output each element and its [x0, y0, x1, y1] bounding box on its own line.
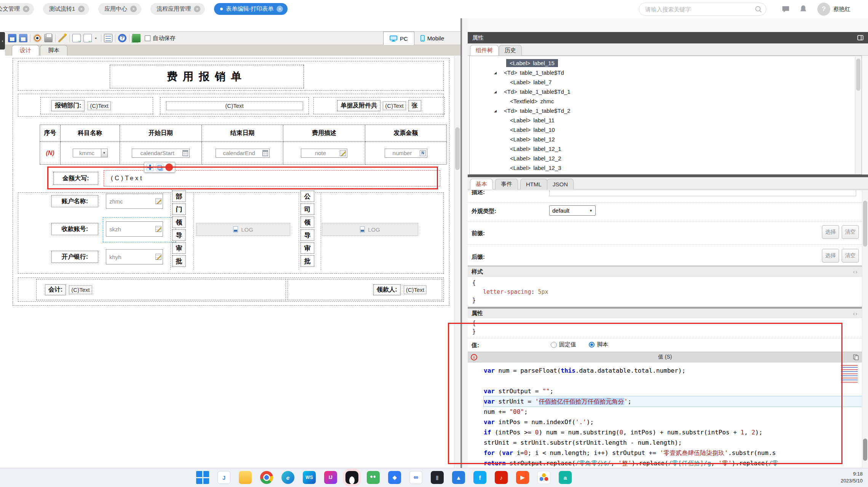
account-name-label[interactable]: 账户名称:: [51, 195, 98, 207]
tree-node[interactable]: <Label>label_12_2: [470, 154, 862, 163]
video-app-icon[interactable]: ▶: [516, 471, 529, 484]
tab-basic[interactable]: 基本: [470, 179, 493, 189]
editor-scrollbar-thumb[interactable]: [863, 439, 867, 461]
chrome-icon[interactable]: [260, 471, 273, 484]
tree-expand-icon[interactable]: ◢: [494, 71, 504, 75]
prefix-clear-button[interactable]: 清空: [842, 225, 859, 239]
tab-close-icon[interactable]: [277, 6, 283, 12]
export-icon[interactable]: [83, 34, 92, 42]
search-input[interactable]: [645, 6, 755, 13]
edge-icon[interactable]: e: [281, 471, 294, 484]
nav-tab-app-center[interactable]: 应用中心: [98, 3, 141, 15]
note-field[interactable]: note: [301, 149, 347, 158]
preview-eye-icon[interactable]: [33, 34, 42, 42]
expense-table[interactable]: 序号科目名称开始日期结束日期费用描述发票金额 (N) kmmc calendar…: [40, 125, 447, 165]
tree-node[interactable]: <Label>label_11: [470, 115, 862, 125]
notes-app-icon[interactable]: J: [217, 471, 230, 484]
calendar-icon[interactable]: [262, 150, 268, 156]
nav-tab-process-app[interactable]: 流程应用管理: [150, 3, 205, 15]
design-canvas[interactable]: 费用报销单 报销部门: (C)Text (C)Text 单据及附件共 (C)Te…: [5, 56, 454, 468]
attachment-count-placeholder[interactable]: (C)Text: [383, 101, 406, 110]
tree-node[interactable]: <Textfield>zhmc: [470, 96, 862, 106]
column-header[interactable]: 科目名称: [61, 125, 120, 142]
teal-app-icon[interactable]: a: [559, 471, 572, 484]
suffix-choose-button[interactable]: 选择: [822, 249, 839, 263]
textarea-icon[interactable]: [155, 254, 161, 260]
collapse-panel-arrow[interactable]: ‹: [0, 32, 5, 50]
tab-design[interactable]: 设计: [12, 45, 39, 56]
accountant-value-placeholder[interactable]: (C)Text: [69, 285, 92, 294]
tree-node[interactable]: <Label>label_7: [470, 77, 862, 87]
dropdown-caret-icon[interactable]: [101, 149, 107, 157]
qq-icon[interactable]: [345, 471, 358, 484]
accountant-label[interactable]: 会计:: [45, 284, 66, 295]
phone-link-icon[interactable]: ▮: [431, 471, 444, 484]
copy-icon[interactable]: [853, 354, 859, 360]
tab-close-icon[interactable]: [194, 6, 200, 12]
number-icon[interactable]: [420, 150, 426, 156]
account-name-field[interactable]: zhmc: [106, 194, 163, 209]
invoice-amount-field[interactable]: number: [385, 149, 427, 158]
panel-toggle-icon[interactable]: [857, 35, 863, 40]
tree-node[interactable]: <Label>label_12_1: [470, 144, 862, 154]
calendar-icon[interactable]: [182, 150, 188, 156]
autosave-checkbox[interactable]: [145, 35, 150, 41]
radio-icon-checked[interactable]: [589, 342, 595, 348]
tab-close-icon[interactable]: [130, 6, 137, 12]
delete-widget-icon[interactable]: [165, 163, 173, 171]
script-editor[interactable]: var num = parseFloat(this.data.datatable…: [468, 362, 862, 468]
column-header[interactable]: 开始日期: [120, 125, 202, 142]
form-settings-icon[interactable]: [104, 34, 112, 42]
header-center-placeholder[interactable]: (C)Text: [166, 101, 303, 110]
wizard-icon[interactable]: [58, 34, 67, 42]
tab-history[interactable]: 历史: [499, 45, 522, 56]
payee-label[interactable]: 领款人:: [373, 284, 400, 295]
message-icon[interactable]: [782, 5, 790, 13]
blue-bird-app-icon[interactable]: f: [473, 471, 486, 484]
nav-tab-test-flow[interactable]: 测试流转1: [43, 3, 89, 15]
device-tab-mobile[interactable]: Mobile: [414, 32, 450, 45]
end-date-picker[interactable]: calendarEnd: [216, 149, 270, 158]
radio-script[interactable]: 脚本: [589, 341, 608, 348]
column-header[interactable]: 发票金额: [365, 125, 447, 142]
windows-start-icon[interactable]: [196, 471, 209, 484]
tab-script[interactable]: 脚本: [40, 45, 67, 56]
subject-dropdown[interactable]: kmmc: [73, 149, 108, 157]
tree-node[interactable]: ◢ <Td>table_1_table$Td_1: [470, 87, 862, 96]
style-rule[interactable]: letter-spacing: 5px: [483, 288, 548, 295]
tree-node-selected[interactable]: <Label>label_15: [470, 58, 862, 68]
move-icon[interactable]: [146, 163, 154, 171]
components-icon[interactable]: [132, 34, 141, 42]
panel-splitter[interactable]: [468, 175, 868, 177]
dept-value-placeholder[interactable]: (C)Text: [88, 101, 110, 110]
textarea-icon[interactable]: [155, 198, 161, 204]
mountain-app-icon[interactable]: ▲: [452, 471, 465, 484]
bank-field[interactable]: khyh: [106, 249, 163, 264]
column-header[interactable]: 结束日期: [202, 125, 283, 142]
docs-app-icon[interactable]: ◆: [388, 471, 401, 484]
print-icon[interactable]: [44, 34, 53, 42]
netdisk-icon[interactable]: ∞: [409, 471, 422, 484]
wechat-icon[interactable]: [367, 471, 380, 484]
canvas-scrollbar-thumb[interactable]: [455, 127, 460, 170]
attributes-section-header[interactable]: 属性‹›: [468, 307, 868, 318]
avatar[interactable]: ?: [817, 3, 830, 16]
prefix-choose-button[interactable]: 选择: [822, 225, 839, 239]
bank-label[interactable]: 开户银行:: [51, 251, 98, 263]
style-section-header[interactable]: 样式‹›: [468, 266, 868, 277]
textarea-icon[interactable]: [340, 150, 346, 156]
tree-node[interactable]: <Label>label_10: [470, 125, 862, 135]
appearance-select[interactable]: default: [549, 205, 596, 216]
suffix-clear-button[interactable]: 清空: [842, 249, 859, 263]
export-dropdown-caret[interactable]: [94, 34, 98, 42]
column-header[interactable]: 费用描述: [283, 125, 365, 142]
tab-close-icon[interactable]: [23, 6, 29, 12]
copy-widget-icon[interactable]: [156, 163, 163, 171]
component-tree[interactable]: <Label>label_15 ◢ <Td>table_1_table$Td <…: [469, 56, 862, 175]
import-icon[interactable]: [72, 34, 81, 42]
description-input[interactable]: [549, 190, 856, 196]
search-icon[interactable]: [755, 5, 762, 13]
help-icon[interactable]: [118, 34, 126, 42]
circles-app-icon[interactable]: [537, 471, 550, 484]
device-tab-pc[interactable]: PC: [383, 32, 414, 45]
